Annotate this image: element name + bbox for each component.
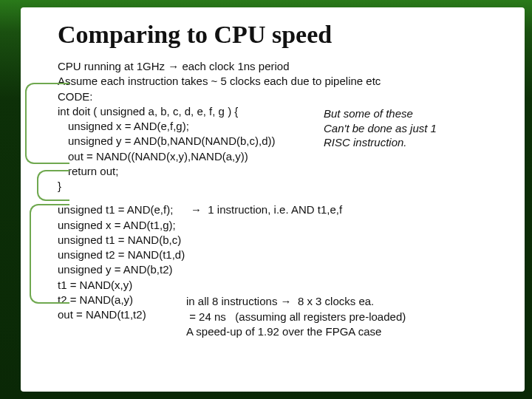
note-line: RISC instruction. xyxy=(324,135,486,150)
bracket-icon xyxy=(25,83,69,164)
code-line: unsigned y = AND(b,t2) xyxy=(58,262,505,277)
code-line: out = NAND((NAND(x,y),NAND(a,y)) xyxy=(58,149,505,164)
code-line: unsigned t1 = NAND(b,c) xyxy=(58,233,505,248)
code-line: Assume each instruction takes ~ 5 clocks… xyxy=(58,74,505,89)
code-block-1: CPU running at 1GHz → each clock 1ns per… xyxy=(58,59,505,194)
code-line: unsigned t2 = NAND(t1,d) xyxy=(58,248,505,262)
code-line: t1 = NAND(x,y) xyxy=(58,278,505,293)
annotation-instruction: → 1 instruction, i.e. AND t1,e,f xyxy=(191,202,342,217)
bracket-icon xyxy=(30,204,69,304)
code-line: } xyxy=(58,179,505,194)
annotation-line: in all 8 instructions → 8 x 3 clocks ea. xyxy=(186,294,406,309)
slide-content: CPU running at 1GHz → each clock 1ns per… xyxy=(58,59,505,322)
code-line: return out; xyxy=(58,164,505,179)
bracket-icon xyxy=(37,170,69,201)
side-note: But some of these Can't be done as just … xyxy=(324,106,486,150)
code-line: CPU running at 1GHz → each clock 1ns per… xyxy=(58,59,505,74)
note-line: Can't be done as just 1 xyxy=(324,121,486,136)
slide: Comparing to CPU speed CPU running at 1G… xyxy=(21,7,525,392)
code-block-2: unsigned t1 = AND(e,f); unsigned x = AND… xyxy=(58,202,505,322)
code-line: unsigned x = AND(t1,g); xyxy=(58,218,505,233)
code-line: CODE: xyxy=(58,89,505,104)
annotation-line: A speed-up of 1.92 over the FPGA case xyxy=(186,324,406,339)
note-line: But some of these xyxy=(324,106,486,121)
slide-title: Comparing to CPU speed xyxy=(58,21,505,49)
annotation-line: = 24 ns (assuming all registers pre-load… xyxy=(186,310,406,324)
bottom-annotation: in all 8 instructions → 8 x 3 clocks ea.… xyxy=(186,294,406,339)
